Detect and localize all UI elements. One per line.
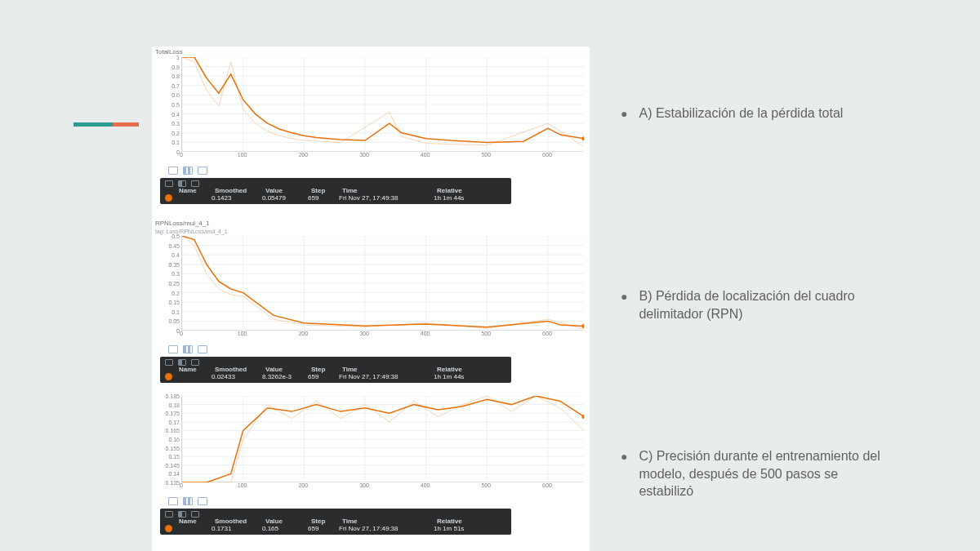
desc-c: ● C) Precisión durante el entrenamiento … [621,447,882,500]
y-tick: 0.5 [172,102,180,108]
y-tick: 1 [176,55,180,60]
tt-smoothed: 0.02433 [212,373,259,380]
x-tick: 500 [481,331,491,336]
desc-b: ● B) Pérdida de localización del cuadro … [621,287,882,322]
tooltip-header: Name Smoothed Value Step Time Relative [160,518,511,525]
chart-title: RPNLoss/mul_4_1 [152,218,590,229]
toolbar-grid-icon[interactable] [183,167,193,175]
expand-icon[interactable] [165,359,173,366]
x-tick: 300 [359,482,369,488]
bullet-icon: ● [621,287,627,322]
x-tick: 300 [359,331,369,336]
chart-block-2: 0.1350.140.1450.150.1550.160.1650.170.17… [152,396,590,535]
plot-area[interactable] [181,57,583,152]
y-tick: 0.155 [165,445,180,451]
y-tick: 0.05 [168,318,180,324]
toolbar-grid-icon[interactable] [183,345,193,353]
expand-icon[interactable] [165,511,173,518]
tt-time: Fri Nov 27, 17:49:38 [339,525,430,532]
chart-title: TotalLoss [152,47,590,57]
desc-b-text: B) Pérdida de localización del cuadro de… [639,287,882,322]
y-tick: 0.175 [165,411,180,416]
bullet-icon: ● [621,447,627,500]
y-tick: 0.25 [168,281,180,287]
y-tick: 0.18 [168,402,180,407]
y-tick: 0.185 [165,393,180,399]
chart-toolbar [152,342,590,353]
y-tick: 0.16 [168,437,180,442]
series-swatch-icon [165,525,172,532]
chart-svg [182,396,584,482]
tt-value: 8.3262e-3 [262,373,305,380]
chart-toolbar [152,494,590,505]
x-tick: 100 [238,331,247,336]
plot-area[interactable] [181,236,583,331]
tt-step: 659 [308,525,336,532]
series-smoothed [182,236,584,327]
y-tick: 0.17 [168,419,180,424]
tooltip-row: 0.1731 0.165 659 Fri Nov 27, 17:49:38 1h… [160,525,511,532]
series-smoothed [182,57,584,142]
y-tick: 0.2 [172,290,180,295]
desc-c-text: C) Precisión durante el entrenamiento de… [639,447,882,500]
toolbar-download-icon[interactable] [198,345,207,353]
x-axis: 0100200300400500600 [181,152,583,163]
tt-relative: 1h 1m 44s [434,373,484,380]
tt-step: 659 [308,194,336,202]
y-tick: 0.14 [168,471,180,477]
series-endpoint [581,136,584,140]
refresh-icon[interactable] [191,180,199,187]
y-tick: 0.3 [172,121,180,127]
toolbar-download-icon[interactable] [198,497,207,505]
chart-svg [182,57,584,152]
chart-type-icon[interactable] [178,511,186,518]
tt-smoothed: 0.1731 [212,525,259,532]
tt-step: 659 [308,373,336,380]
run-tooltip: Name Smoothed Value Step Time Relative 0… [160,509,511,535]
toolbar-fullscreen-icon[interactable] [168,345,178,353]
series-swatch-icon [165,373,172,380]
tt-time: Fri Nov 27, 17:49:38 [339,373,430,380]
y-tick: 0.5 [172,233,180,239]
y-tick: 0.1 [172,140,180,145]
tt-smoothed: 0.1423 [212,194,259,202]
plot-area[interactable] [181,396,583,482]
toolbar-grid-icon[interactable] [183,497,193,505]
x-tick: 0 [180,482,183,488]
descriptions-column: ● A) Estabilización de la pérdida total … [621,0,882,551]
y-tick: 0.145 [165,462,180,468]
expand-icon[interactable] [165,180,173,187]
plot-wrap: 00.050.10.150.20.250.30.350.40.450.5 010… [158,236,583,342]
y-tick: 0.15 [168,454,180,460]
bullet-icon: ● [621,104,627,122]
x-tick: 300 [359,152,369,158]
x-tick: 400 [421,331,430,336]
y-tick: 0.2 [172,130,180,136]
refresh-icon[interactable] [191,359,199,366]
x-tick: 400 [421,482,430,488]
y-tick: 0.35 [168,261,180,267]
tooltip-row: 0.02433 8.3262e-3 659 Fri Nov 27, 17:49:… [160,373,511,380]
chart-block-1: RPNLoss/mul_4_1tag: Loss/RPNLoss/mul_4_1… [152,218,590,383]
tooltip-header: Name Smoothed Value Step Time Relative [160,187,511,194]
x-tick: 0 [180,152,183,158]
toolbar-fullscreen-icon[interactable] [168,167,178,175]
toolbar-download-icon[interactable] [198,167,207,175]
toolbar-fullscreen-icon[interactable] [168,497,178,505]
series-raw [182,236,584,329]
refresh-icon[interactable] [191,511,199,518]
desc-a-text: A) Estabilización de la pérdida total [639,104,843,122]
y-axis: 00.10.20.30.40.50.60.70.80.91 [158,57,181,163]
chart-block-0: TotalLoss00.10.20.30.40.50.60.70.80.91 0… [152,47,590,204]
y-tick: 0.1 [172,309,180,314]
tooltip-icons [160,179,511,187]
series-endpoint [581,324,584,328]
x-tick: 600 [542,482,552,488]
chart-type-icon[interactable] [178,359,186,366]
y-tick: 0.4 [172,111,180,117]
y-tick: 0.4 [172,252,180,258]
chart-toolbar [152,163,590,175]
chart-type-icon[interactable] [178,180,186,187]
tt-relative: 1h 1m 51s [434,525,484,532]
x-tick: 600 [542,331,552,336]
